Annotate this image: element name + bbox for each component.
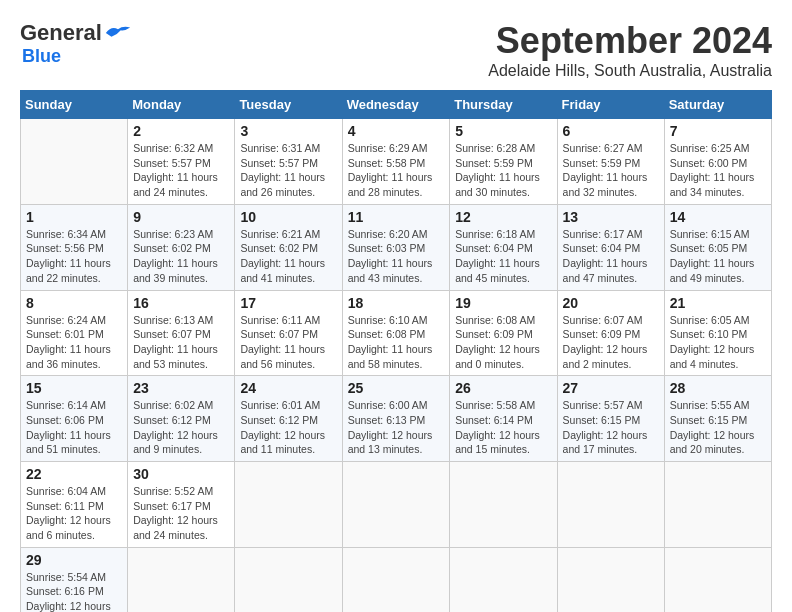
header-monday: Monday [128, 91, 235, 119]
day-number: 8 [26, 295, 122, 311]
sunrise-text: Sunrise: 6:13 AM [133, 314, 213, 326]
daylight-text: Daylight: 11 hours and 43 minutes. [348, 257, 433, 284]
day-info: Sunrise: 6:10 AM Sunset: 6:08 PM Dayligh… [348, 313, 445, 372]
calendar-cell: 1 Sunrise: 6:34 AM Sunset: 5:56 PM Dayli… [21, 204, 128, 290]
day-info: Sunrise: 6:01 AM Sunset: 6:12 PM Dayligh… [240, 398, 336, 457]
day-number: 3 [240, 123, 336, 139]
daylight-text: Daylight: 11 hours and 49 minutes. [670, 257, 755, 284]
calendar-cell [557, 462, 664, 548]
calendar-cell: 23 Sunrise: 6:02 AM Sunset: 6:12 PM Dayl… [128, 376, 235, 462]
day-number: 22 [26, 466, 122, 482]
daylight-text: Daylight: 12 hours and 13 minutes. [348, 429, 433, 456]
sunset-text: Sunset: 6:03 PM [348, 242, 426, 254]
day-info: Sunrise: 6:27 AM Sunset: 5:59 PM Dayligh… [563, 141, 659, 200]
sunset-text: Sunset: 5:57 PM [240, 157, 318, 169]
day-number: 25 [348, 380, 445, 396]
sunrise-text: Sunrise: 6:20 AM [348, 228, 428, 240]
calendar-cell [342, 462, 450, 548]
sunset-text: Sunset: 6:07 PM [133, 328, 211, 340]
day-number: 5 [455, 123, 551, 139]
sunrise-text: Sunrise: 6:28 AM [455, 142, 535, 154]
title-block: September 2024 Adelaide Hills, South Aus… [488, 20, 772, 80]
daylight-text: Daylight: 11 hours and 24 minutes. [133, 171, 218, 198]
sunrise-text: Sunrise: 5:52 AM [133, 485, 213, 497]
day-number: 20 [563, 295, 659, 311]
sunrise-text: Sunrise: 6:29 AM [348, 142, 428, 154]
sunset-text: Sunset: 5:57 PM [133, 157, 211, 169]
day-number: 17 [240, 295, 336, 311]
daylight-text: Daylight: 11 hours and 56 minutes. [240, 343, 325, 370]
header-tuesday: Tuesday [235, 91, 342, 119]
day-number: 18 [348, 295, 445, 311]
sunset-text: Sunset: 6:15 PM [670, 414, 748, 426]
calendar-cell: 9 Sunrise: 6:23 AM Sunset: 6:02 PM Dayli… [128, 204, 235, 290]
day-info: Sunrise: 6:05 AM Sunset: 6:10 PM Dayligh… [670, 313, 766, 372]
sunrise-text: Sunrise: 5:57 AM [563, 399, 643, 411]
calendar-cell: 19 Sunrise: 6:08 AM Sunset: 6:09 PM Dayl… [450, 290, 557, 376]
day-info: Sunrise: 6:28 AM Sunset: 5:59 PM Dayligh… [455, 141, 551, 200]
calendar-cell [450, 462, 557, 548]
calendar-cell: 4 Sunrise: 6:29 AM Sunset: 5:58 PM Dayli… [342, 119, 450, 205]
sunset-text: Sunset: 6:08 PM [348, 328, 426, 340]
sunset-text: Sunset: 6:04 PM [563, 242, 641, 254]
day-info: Sunrise: 6:11 AM Sunset: 6:07 PM Dayligh… [240, 313, 336, 372]
calendar-week-row: 1 Sunrise: 6:34 AM Sunset: 5:56 PM Dayli… [21, 204, 772, 290]
day-number: 30 [133, 466, 229, 482]
sunset-text: Sunset: 6:00 PM [670, 157, 748, 169]
sunrise-text: Sunrise: 6:34 AM [26, 228, 106, 240]
day-number: 6 [563, 123, 659, 139]
day-info: Sunrise: 5:52 AM Sunset: 6:17 PM Dayligh… [133, 484, 229, 543]
sunset-text: Sunset: 5:59 PM [563, 157, 641, 169]
sunset-text: Sunset: 5:59 PM [455, 157, 533, 169]
calendar-cell: 13 Sunrise: 6:17 AM Sunset: 6:04 PM Dayl… [557, 204, 664, 290]
sunrise-text: Sunrise: 5:54 AM [26, 571, 106, 583]
calendar-cell: 18 Sunrise: 6:10 AM Sunset: 6:08 PM Dayl… [342, 290, 450, 376]
day-info: Sunrise: 6:34 AM Sunset: 5:56 PM Dayligh… [26, 227, 122, 286]
sunset-text: Sunset: 6:01 PM [26, 328, 104, 340]
sunrise-text: Sunrise: 6:14 AM [26, 399, 106, 411]
calendar-cell [235, 462, 342, 548]
sunrise-text: Sunrise: 6:31 AM [240, 142, 320, 154]
calendar-cell: 14 Sunrise: 6:15 AM Sunset: 6:05 PM Dayl… [664, 204, 771, 290]
daylight-text: Daylight: 11 hours and 58 minutes. [348, 343, 433, 370]
day-info: Sunrise: 6:15 AM Sunset: 6:05 PM Dayligh… [670, 227, 766, 286]
daylight-text: Daylight: 11 hours and 30 minutes. [455, 171, 540, 198]
calendar-week-row: 22 Sunrise: 6:04 AM Sunset: 6:11 PM Dayl… [21, 462, 772, 548]
calendar-cell: 16 Sunrise: 6:13 AM Sunset: 6:07 PM Dayl… [128, 290, 235, 376]
calendar-cell: 24 Sunrise: 6:01 AM Sunset: 6:12 PM Dayl… [235, 376, 342, 462]
daylight-text: Daylight: 12 hours and 24 minutes. [133, 514, 218, 541]
day-number: 12 [455, 209, 551, 225]
calendar-cell [557, 547, 664, 612]
calendar-cell: 25 Sunrise: 6:00 AM Sunset: 6:13 PM Dayl… [342, 376, 450, 462]
header-thursday: Thursday [450, 91, 557, 119]
day-number: 21 [670, 295, 766, 311]
logo-bird-icon [104, 23, 132, 43]
day-info: Sunrise: 6:24 AM Sunset: 6:01 PM Dayligh… [26, 313, 122, 372]
sunrise-text: Sunrise: 5:58 AM [455, 399, 535, 411]
daylight-text: Daylight: 12 hours and 17 minutes. [563, 429, 648, 456]
sunrise-text: Sunrise: 6:15 AM [670, 228, 750, 240]
sunset-text: Sunset: 5:56 PM [26, 242, 104, 254]
sunset-text: Sunset: 6:11 PM [26, 500, 104, 512]
day-info: Sunrise: 6:25 AM Sunset: 6:00 PM Dayligh… [670, 141, 766, 200]
sunset-text: Sunset: 6:16 PM [26, 585, 104, 597]
sunset-text: Sunset: 6:17 PM [133, 500, 211, 512]
calendar-cell: 5 Sunrise: 6:28 AM Sunset: 5:59 PM Dayli… [450, 119, 557, 205]
daylight-text: Daylight: 12 hours and 4 minutes. [670, 343, 755, 370]
day-info: Sunrise: 6:32 AM Sunset: 5:57 PM Dayligh… [133, 141, 229, 200]
sunrise-text: Sunrise: 6:10 AM [348, 314, 428, 326]
calendar-cell: 11 Sunrise: 6:20 AM Sunset: 6:03 PM Dayl… [342, 204, 450, 290]
calendar-cell: 2 Sunrise: 6:32 AM Sunset: 5:57 PM Dayli… [128, 119, 235, 205]
day-info: Sunrise: 6:17 AM Sunset: 6:04 PM Dayligh… [563, 227, 659, 286]
sunset-text: Sunset: 6:13 PM [348, 414, 426, 426]
daylight-text: Daylight: 12 hours and 15 minutes. [455, 429, 540, 456]
daylight-text: Daylight: 11 hours and 47 minutes. [563, 257, 648, 284]
calendar-cell: 12 Sunrise: 6:18 AM Sunset: 6:04 PM Dayl… [450, 204, 557, 290]
calendar-week-row: 15 Sunrise: 6:14 AM Sunset: 6:06 PM Dayl… [21, 376, 772, 462]
day-info: Sunrise: 5:55 AM Sunset: 6:15 PM Dayligh… [670, 398, 766, 457]
calendar-cell: 3 Sunrise: 6:31 AM Sunset: 5:57 PM Dayli… [235, 119, 342, 205]
calendar-cell: 22 Sunrise: 6:04 AM Sunset: 6:11 PM Dayl… [21, 462, 128, 548]
day-number: 10 [240, 209, 336, 225]
sunrise-text: Sunrise: 6:21 AM [240, 228, 320, 240]
calendar-cell: 29 Sunrise: 5:54 AM Sunset: 6:16 PM Dayl… [21, 547, 128, 612]
